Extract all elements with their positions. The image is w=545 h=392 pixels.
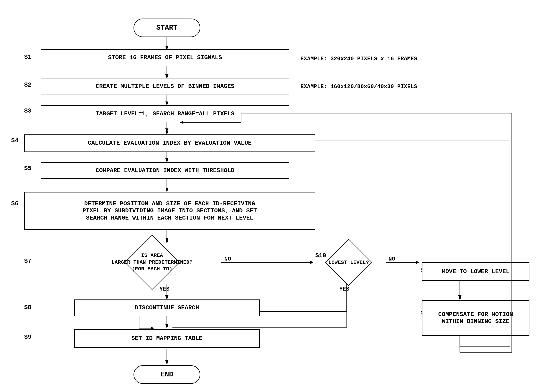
s6-label: S6: [11, 200, 19, 207]
s4-box: CALCULATE EVALUATION INDEX BY EVALUATION…: [24, 134, 315, 152]
svg-marker-9: [165, 158, 168, 161]
s11-box: MOVE TO LOWER LEVEL: [422, 262, 529, 281]
s7-yes-label: YES: [160, 286, 169, 292]
s12-text: COMPENSATE FOR MOTION WITHIN BINNING SIZ…: [438, 311, 513, 325]
svg-marker-5: [165, 102, 168, 105]
svg-marker-15: [165, 295, 168, 299]
s11-text: MOVE TO LOWER LEVEL: [442, 268, 510, 275]
svg-marker-53: [166, 296, 168, 299]
s3-text: TARGET LEVEL=1, SEARCH RANGE=ALL PIXELS: [96, 110, 235, 117]
svg-marker-61: [416, 261, 419, 264]
svg-marker-7: [165, 129, 168, 132]
s1-note: EXAMPLE: 320x240 PIXELS x 16 FRAMES: [300, 56, 417, 62]
s6-box: DETERMINE POSITION AND SIZE OF EACH ID-R…: [24, 192, 315, 230]
s8-label: S8: [24, 304, 31, 311]
svg-marker-13: [165, 238, 168, 241]
s10-yes-label: YES: [339, 286, 349, 292]
svg-marker-59: [310, 261, 313, 264]
s8-box: DISCONTINUE SEARCH: [74, 299, 260, 316]
s9-box: SET ID MAPPING TABLE: [74, 329, 260, 348]
s7-text: IS AREALARGER THAN PREDETERMINED?(FOR EA…: [112, 252, 193, 272]
s6-text: DETERMINE POSITION AND SIZE OF EACH ID-R…: [82, 200, 257, 222]
start-label: START: [156, 24, 178, 32]
s3-label: S3: [24, 107, 31, 114]
svg-marker-23: [310, 261, 313, 264]
s1-box: STORE 16 FRAMES OF PIXEL SIGNALS: [41, 49, 289, 66]
s4-text: CALCULATE EVALUATION INDEX BY EVALUATION…: [88, 140, 251, 147]
s1-text: STORE 16 FRAMES OF PIXEL SIGNALS: [108, 54, 222, 61]
start-node: START: [134, 19, 200, 37]
svg-marker-21: [165, 360, 168, 363]
svg-marker-55: [166, 325, 168, 328]
s2-note: EXAMPLE: 160x120/80x60/40x30 PIXELS: [300, 83, 417, 90]
s2-label: S2: [24, 81, 31, 88]
end-label: END: [161, 370, 173, 379]
s4-label: S4: [11, 137, 19, 144]
s9-label: S9: [24, 334, 31, 341]
svg-marker-65: [458, 297, 461, 300]
svg-marker-1: [165, 46, 168, 49]
s5-box: COMPARE EVALUATION INDEX WITH THRESHOLD: [41, 162, 289, 179]
svg-marker-11: [165, 188, 168, 191]
s8-text: DISCONTINUE SEARCH: [135, 304, 199, 311]
s10-no-label: NO: [389, 256, 395, 262]
svg-marker-32: [458, 295, 461, 299]
svg-marker-57: [166, 361, 168, 364]
s7-label: S7: [24, 258, 31, 265]
svg-marker-28: [165, 324, 168, 327]
svg-marker-49: [166, 189, 168, 192]
s7-no-label: NO: [224, 256, 231, 262]
svg-marker-3: [165, 74, 168, 77]
s5-text: COMPARE EVALUATION INDEX WITH THRESHOLD: [96, 167, 235, 174]
svg-marker-30: [416, 261, 419, 264]
s1-label: S1: [24, 54, 31, 61]
end-node: END: [134, 365, 200, 384]
s3-box: TARGET LEVEL=1, SEARCH RANGE=ALL PIXELS: [41, 105, 289, 122]
s2-box: CREATE MULTIPLE LEVELS OF BINNED IMAGES: [41, 78, 289, 95]
s5-label: S5: [24, 165, 31, 172]
s12-box: COMPENSATE FOR MOTION WITHIN BINNING SIZ…: [422, 300, 529, 336]
s10-text: LOWEST LEVEL?: [328, 260, 369, 265]
s9-text: SET ID MAPPING TABLE: [131, 335, 203, 342]
s2-text: CREATE MULTIPLE LEVELS OF BINNED IMAGES: [96, 83, 235, 90]
svg-marker-47: [166, 159, 168, 162]
svg-marker-43: [166, 102, 168, 105]
svg-marker-45: [166, 131, 168, 134]
